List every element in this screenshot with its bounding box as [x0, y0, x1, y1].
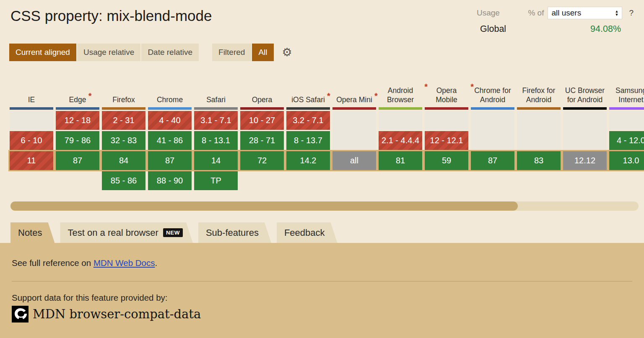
brand-color-bar	[194, 107, 238, 110]
view-button-current-aligned[interactable]: Current aligned	[9, 44, 76, 61]
browser-column-opera-mini: Opera Mini*all	[332, 67, 376, 191]
browser-header-uc-browser-for-android: UC Browser for Android	[563, 67, 607, 107]
version-cell-android-browser-2.1-4.4.4[interactable]: 2.1 - 4.4.4	[379, 131, 422, 150]
browser-column-android-browser: Android Browser*2.1 - 4.4.481	[379, 67, 422, 191]
browser-column-chrome: Chrome4 - 4041 - 868788 - 90	[148, 67, 192, 191]
reference-prefix: See full reference on	[12, 258, 93, 268]
version-cell-chrome-88-90[interactable]: 88 - 90	[148, 171, 192, 190]
version-cell-opera-10-27[interactable]: 10 - 27	[240, 111, 284, 130]
browser-column-ie: IE6 - 1011	[10, 67, 53, 191]
version-cell-edge-12-18[interactable]: 12 - 18	[56, 111, 99, 130]
version-cell-ie-6-10[interactable]: 6 - 10	[10, 131, 53, 150]
browser-header-edge: Edge*	[56, 67, 99, 107]
browser-column-firefox: Firefox2 - 3132 - 838485 - 86	[102, 67, 145, 191]
version-cell-safari-3.1-7.1[interactable]: 3.1 - 7.1	[194, 111, 238, 130]
note-asterisk-icon: *	[327, 91, 330, 101]
brand-color-bar	[332, 107, 376, 110]
help-button[interactable]: ?	[629, 8, 634, 18]
detail-tabs: NotesTest on a real browserNEWSub-featur…	[10, 222, 338, 243]
browser-header-android-browser: Android Browser*	[379, 67, 422, 107]
version-cell-safari-14[interactable]: 14	[194, 151, 238, 170]
tab-feedback[interactable]: Feedback	[277, 222, 338, 243]
version-cell-ios-safari-14.2[interactable]: 14.2	[286, 151, 330, 170]
brand-color-bar	[517, 107, 561, 110]
version-cell-ie-11[interactable]: 11	[10, 151, 53, 170]
version-cell-opera-28-71[interactable]: 28 - 71	[240, 131, 284, 150]
version-cell-chrome-for-android-87[interactable]: 87	[471, 151, 514, 170]
browser-header-samsung-internet: Samsung Internet	[609, 67, 644, 107]
browser-header-safari: Safari	[194, 67, 238, 107]
table-scrollbar-thumb[interactable]	[10, 201, 518, 211]
version-cell-opera-mini-all[interactable]: all	[332, 151, 376, 170]
filter-button-all[interactable]: All	[252, 44, 273, 61]
version-cell-samsung-internet-13.0[interactable]: 13.0	[609, 151, 644, 170]
browser-column-ios-safari: iOS Safari*3.2 - 7.18 - 13.714.2	[286, 67, 330, 191]
browser-column-opera: Opera10 - 2728 - 7172	[240, 67, 284, 191]
version-cell-empty	[425, 111, 468, 130]
browser-header-firefox-for-android: Firefox for Android	[517, 67, 561, 107]
version-cell-safari-8-13.1[interactable]: 8 - 13.1	[194, 131, 238, 150]
provider-name: MDN browser-compat-data	[33, 307, 201, 321]
version-cell-chrome-41-86[interactable]: 41 - 86	[148, 131, 192, 150]
tab-test-on-a-real-browser[interactable]: Test on a real browserNEW	[60, 222, 192, 243]
brand-color-bar	[56, 107, 99, 110]
usage-label: Usage	[477, 8, 500, 18]
view-button-usage-relative[interactable]: Usage relative	[77, 44, 140, 61]
global-usage-value: 94.08%	[590, 24, 621, 34]
tab-notes[interactable]: Notes	[10, 222, 55, 243]
browser-header-opera-mini: Opera Mini*	[332, 67, 376, 107]
version-cell-firefox-2-31[interactable]: 2 - 31	[102, 111, 145, 130]
version-cell-opera-mobile-59[interactable]: 59	[425, 151, 468, 170]
table-scrollbar-track[interactable]	[10, 201, 639, 211]
filter-toggle-group: FilteredAll	[212, 44, 274, 61]
note-asterisk-icon: *	[88, 91, 92, 101]
brand-color-bar	[609, 107, 644, 110]
panel-divider	[12, 281, 632, 281]
version-cell-samsung-internet-4-12.0[interactable]: 4 - 12.0	[609, 131, 644, 150]
mdn-bcd-provider-link[interactable]: MDN browser-compat-data	[12, 306, 632, 323]
version-cell-ios-safari-8-13.7[interactable]: 8 - 13.7	[286, 131, 330, 150]
version-cell-safari-tp[interactable]: TP	[194, 171, 238, 190]
settings-gear-icon[interactable]: ⚙	[282, 46, 292, 59]
version-cell-android-browser-81[interactable]: 81	[379, 151, 422, 170]
note-asterisk-icon: *	[374, 91, 378, 101]
mdn-web-docs-link[interactable]: MDN Web Docs	[93, 258, 155, 268]
version-cell-uc-browser-for-android-12.12[interactable]: 12.12	[563, 151, 607, 170]
version-cell-edge-79-86[interactable]: 79 - 86	[56, 131, 99, 150]
brand-color-bar	[425, 107, 468, 110]
version-cell-empty	[563, 111, 607, 150]
brand-color-bar	[102, 107, 145, 110]
page-title: CSS property: mix-blend-mode	[10, 8, 212, 24]
filter-button-filtered[interactable]: Filtered	[212, 44, 251, 61]
version-cell-ios-safari-3.2-7.1[interactable]: 3.2 - 7.1	[286, 111, 330, 130]
browser-column-opera-mobile: Opera Mobile*12 - 12.159	[425, 67, 468, 191]
browser-support-table: IE6 - 1011Edge*12 - 1879 - 8687Firefox2 …	[8, 67, 644, 191]
tab-sub-features[interactable]: Sub-features	[198, 222, 271, 243]
percent-of-label: % of	[528, 8, 544, 18]
view-button-date-relative[interactable]: Date relative	[141, 44, 199, 61]
version-cell-firefox-32-83[interactable]: 32 - 83	[102, 131, 145, 150]
mdn-logo-icon	[12, 306, 29, 323]
version-cell-edge-87[interactable]: 87	[56, 151, 99, 170]
usage-source-select[interactable]: all users ▲▼	[548, 7, 622, 19]
view-controls: Current alignedUsage relativeDate relati…	[9, 44, 292, 61]
version-cell-empty	[609, 111, 644, 130]
version-cell-opera-mobile-12-12.1[interactable]: 12 - 12.1	[425, 131, 468, 150]
version-cell-empty	[379, 111, 422, 130]
version-cell-chrome-87[interactable]: 87	[148, 151, 192, 170]
version-cell-chrome-4-40[interactable]: 4 - 40	[148, 111, 192, 130]
version-cell-firefox-85-86[interactable]: 85 - 86	[102, 171, 145, 190]
version-cell-opera-72[interactable]: 72	[240, 151, 284, 170]
brand-color-bar	[240, 107, 284, 110]
version-cell-empty	[517, 111, 561, 150]
new-badge: NEW	[163, 228, 183, 237]
brand-color-bar	[10, 107, 53, 110]
browser-column-firefox-for-android: Firefox for Android83	[517, 67, 561, 191]
version-cell-firefox-for-android-83[interactable]: 83	[517, 151, 561, 170]
version-cell-empty	[471, 111, 514, 150]
version-cell-empty	[332, 111, 376, 150]
version-cell-firefox-84[interactable]: 84	[102, 151, 145, 170]
browser-header-opera: Opera	[240, 67, 284, 107]
brand-color-bar	[286, 107, 330, 110]
browser-column-uc-browser-for-android: UC Browser for Android12.12	[563, 67, 607, 191]
